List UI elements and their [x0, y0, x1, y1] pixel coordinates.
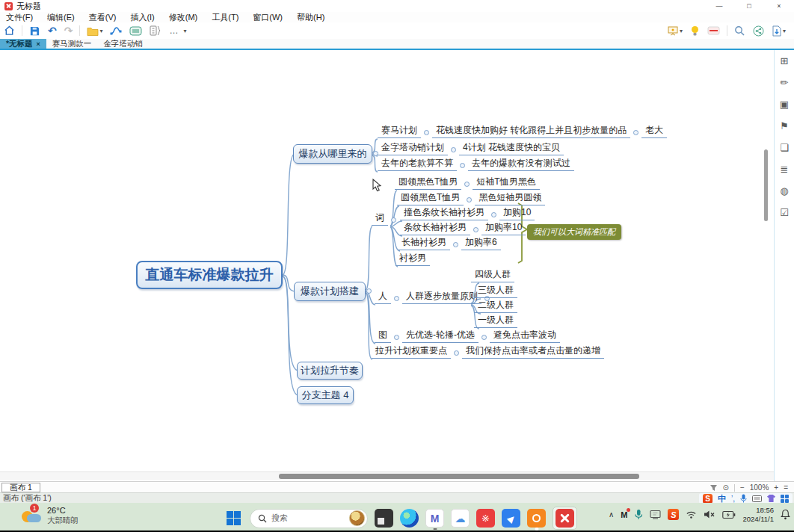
- node-crowd-level1[interactable]: 一级人群: [474, 315, 517, 328]
- menu-tools[interactable]: 工具(T): [212, 12, 238, 23]
- punctuation-icon[interactable]: ’,: [731, 495, 735, 503]
- node-last-year-tested[interactable]: 去年的爆款有没有测试过: [468, 158, 574, 171]
- node-pic-label[interactable]: 图: [375, 330, 391, 343]
- minimize-button[interactable]: —: [704, 0, 734, 12]
- app-red-notes[interactable]: ※: [476, 509, 495, 528]
- node-keyword[interactable]: 衬衫男: [396, 253, 430, 266]
- collapse-dot[interactable]: [460, 163, 465, 168]
- node-keyword-note[interactable]: 短袖T恤男黑色: [473, 176, 539, 190]
- flag-marker-icon[interactable]: ⚑: [780, 120, 789, 132]
- home-button[interactable]: [0, 24, 19, 37]
- node-last-year-old[interactable]: 去年的老款算不算: [378, 158, 457, 171]
- sogou-toolbox-icon[interactable]: [781, 495, 789, 503]
- tray-overflow-chevron[interactable]: ∧: [609, 510, 614, 519]
- app-file-explorer[interactable]: [375, 509, 393, 528]
- node-pic-note[interactable]: 避免点击率波动: [490, 330, 560, 343]
- chevron-down-icon[interactable]: ▾: [183, 28, 186, 34]
- menu-window[interactable]: 窗口(W): [253, 12, 283, 23]
- comment-icon[interactable]: ◍: [780, 185, 788, 197]
- style-brush-icon[interactable]: ✏: [781, 76, 789, 88]
- node-keyword-note[interactable]: 加购率10: [481, 222, 526, 235]
- node-crowd-level2[interactable]: 二级人群: [474, 300, 517, 313]
- menu-file[interactable]: 文件(F): [6, 12, 33, 23]
- volume-muted-icon[interactable]: [704, 510, 715, 519]
- collapse-dot[interactable]: [633, 130, 638, 135]
- collapse-dot[interactable]: [467, 197, 472, 202]
- maximize-button[interactable]: □: [734, 0, 764, 12]
- more-tools-button[interactable]: …: [165, 24, 182, 37]
- horizontal-scrollbar[interactable]: [0, 471, 774, 480]
- collapse-dot[interactable]: [394, 296, 399, 301]
- node-keyword-note[interactable]: 黑色短袖男圆领: [475, 192, 545, 205]
- weather-widget[interactable]: 1 26°C 大部晴朗: [21, 505, 79, 525]
- presentation-button[interactable]: ▾: [663, 24, 686, 37]
- menu-insert[interactable]: 插入(I): [130, 12, 154, 23]
- pin-view-icon[interactable]: ⊙: [723, 483, 729, 492]
- voice-input-icon[interactable]: [740, 494, 747, 503]
- theme-button[interactable]: ▾: [83, 24, 106, 37]
- app-cloud-drive[interactable]: ☁: [451, 509, 470, 528]
- mindmap-canvas[interactable]: 直通车标准爆款拉升 爆款从哪里来的 赛马计划 花钱速度快加购好 转化跟得上并且初…: [0, 50, 794, 481]
- menu-help[interactable]: 帮助(H): [297, 12, 324, 23]
- node-word-label[interactable]: 词: [372, 212, 388, 226]
- doc-tab-saima[interactable]: 赛马测款一: [46, 39, 98, 49]
- marker-button[interactable]: [704, 24, 724, 37]
- node-pic-flow[interactable]: 先优选-轮播-优选: [402, 330, 478, 343]
- save-button[interactable]: [25, 24, 44, 37]
- structure-icon[interactable]: ⊞: [781, 55, 789, 66]
- zoom-out-button[interactable]: −: [740, 483, 745, 492]
- notification-bell-icon[interactable]: [781, 509, 790, 520]
- app-edge-browser[interactable]: [400, 509, 419, 528]
- app-pointer-tool[interactable]: ▶: [502, 509, 520, 528]
- sogou-tray-icon[interactable]: S: [668, 509, 679, 520]
- notes-icon[interactable]: ≣: [781, 163, 789, 175]
- sogou-logo-icon[interactable]: S: [703, 494, 713, 504]
- vertical-scrollbar[interactable]: [763, 50, 769, 468]
- search-highlight-image[interactable]: [349, 510, 365, 526]
- label-icon[interactable]: ❏: [780, 141, 789, 153]
- node-keyword[interactable]: 圆领黑色T恤男: [397, 192, 464, 205]
- keyboard-icon[interactable]: [752, 495, 762, 502]
- collapse-dot[interactable]: [473, 227, 478, 232]
- menu-modify[interactable]: 修改(M): [169, 12, 198, 23]
- topic-hot-item-plan-build[interactable]: 爆款计划搭建: [294, 282, 366, 301]
- cast-display-icon[interactable]: [650, 510, 661, 519]
- collapse-dot[interactable]: [366, 288, 372, 294]
- undo-button[interactable]: ↶: [44, 24, 61, 37]
- microphone-icon[interactable]: [634, 509, 643, 520]
- app-screen-capture[interactable]: [527, 509, 546, 528]
- node-crowd-level3[interactable]: 三级人群: [474, 285, 517, 298]
- node-keyword-note[interactable]: 加购10: [499, 207, 535, 220]
- collapse-dot[interactable]: [481, 335, 487, 340]
- node-people-principle[interactable]: 人群逐步放量原则: [402, 291, 481, 304]
- collapse-dot[interactable]: [453, 242, 458, 247]
- collapse-dot[interactable]: [464, 182, 470, 187]
- node-keyword[interactable]: 长袖衬衫男: [398, 237, 450, 250]
- insert-image-icon[interactable]: ▣: [780, 98, 789, 110]
- collapse-dot[interactable]: [391, 217, 396, 223]
- tab-close-icon[interactable]: ×: [37, 40, 40, 48]
- filter-icon[interactable]: [710, 484, 718, 492]
- topic-plan-rhythm[interactable]: 计划拉升节奏: [297, 362, 363, 380]
- topic-where-hot-items-come-from[interactable]: 爆款从哪里来的: [293, 144, 372, 164]
- menu-view[interactable]: 查看(V): [89, 12, 117, 23]
- doc-tab-jinzita[interactable]: 金字塔动销: [97, 39, 149, 49]
- tray-m-app-icon[interactable]: M: [621, 510, 627, 519]
- collapse-dot[interactable]: [394, 335, 399, 340]
- horizontal-scrollbar-thumb[interactable]: [279, 474, 639, 479]
- taskbar-search[interactable]: 搜索: [250, 509, 368, 528]
- node-keyword[interactable]: 撞色条纹长袖衬衫男: [400, 207, 488, 220]
- node-keyword[interactable]: 条纹长袖衬衫男: [400, 222, 470, 235]
- collapse-dot[interactable]: [424, 130, 429, 135]
- collapse-dot[interactable]: [451, 147, 456, 152]
- boundary-button[interactable]: [126, 24, 146, 37]
- node-keyword[interactable]: 圆领黑色T恤男: [395, 176, 461, 190]
- node-saima-detail[interactable]: 花钱速度快加购好 转化跟得上并且初步放量的品: [432, 125, 630, 138]
- node-pyramid-detail[interactable]: 4计划 花钱速度快的宝贝: [459, 142, 564, 155]
- close-button[interactable]: ×: [764, 0, 794, 12]
- relationship-button[interactable]: [106, 24, 126, 37]
- zoom-in-button[interactable]: +: [774, 483, 778, 492]
- app-m-editor[interactable]: M: [425, 509, 444, 528]
- doc-tab-untitled[interactable]: *无标题 ×: [0, 39, 46, 49]
- summary-button[interactable]: [146, 24, 165, 37]
